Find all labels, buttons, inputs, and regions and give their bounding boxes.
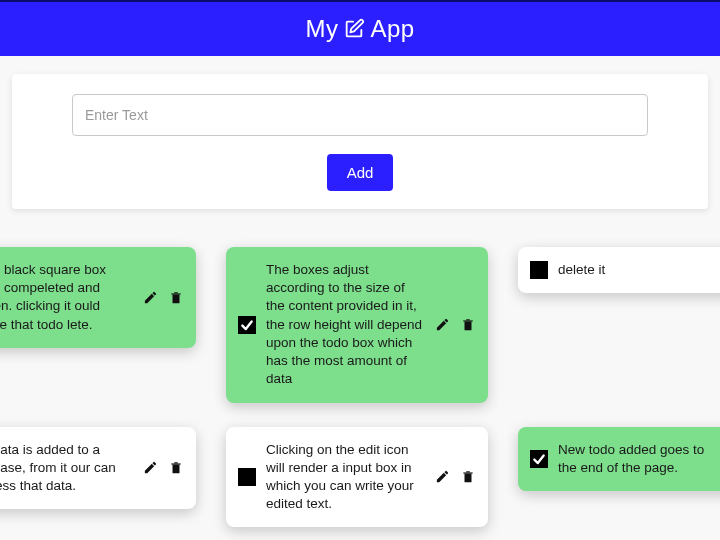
todo-text: New todo added goes to the end of the pa…: [558, 441, 716, 477]
todo-text: Clicking on the edit icon will render a …: [266, 441, 424, 514]
complete-checkbox[interactable]: [238, 468, 256, 486]
todo-grid: g on black square box todo compeleted an…: [0, 247, 720, 540]
edit-icon: [342, 17, 366, 41]
card-actions: [142, 460, 184, 476]
todo-text: delete it: [558, 261, 716, 279]
todo-text: g on black square box todo compeleted an…: [0, 261, 132, 334]
todo-text: The boxes adjust according to the size o…: [266, 261, 424, 389]
card-actions: [434, 317, 476, 333]
app-header: My App: [0, 2, 720, 56]
complete-checkbox[interactable]: [238, 316, 256, 334]
trash-icon[interactable]: [460, 469, 476, 485]
pencil-icon[interactable]: [142, 460, 158, 476]
add-button[interactable]: Add: [327, 154, 394, 191]
title-right: App: [370, 15, 414, 43]
todo-card: he data is added to a atabase, from it o…: [0, 427, 196, 510]
card-actions: [142, 289, 184, 305]
complete-checkbox[interactable]: [530, 450, 548, 468]
pencil-icon[interactable]: [434, 317, 450, 333]
pencil-icon[interactable]: [142, 289, 158, 305]
complete-checkbox[interactable]: [530, 261, 548, 279]
title-left: My: [305, 15, 338, 43]
todo-input[interactable]: [72, 94, 648, 136]
todo-card: New todo added goes to the end of the pa…: [518, 427, 720, 491]
add-panel: Add: [12, 74, 708, 209]
trash-icon[interactable]: [168, 289, 184, 305]
todo-card: g on black square box todo compeleted an…: [0, 247, 196, 348]
todo-card: The boxes adjust according to the size o…: [226, 247, 488, 403]
pencil-icon[interactable]: [434, 469, 450, 485]
todo-card: Clicking on the edit icon will render a …: [226, 427, 488, 528]
trash-icon[interactable]: [460, 317, 476, 333]
trash-icon[interactable]: [168, 460, 184, 476]
todo-card: delete it: [518, 247, 720, 293]
card-actions: [434, 469, 476, 485]
todo-text: he data is added to a atabase, from it o…: [0, 441, 132, 496]
